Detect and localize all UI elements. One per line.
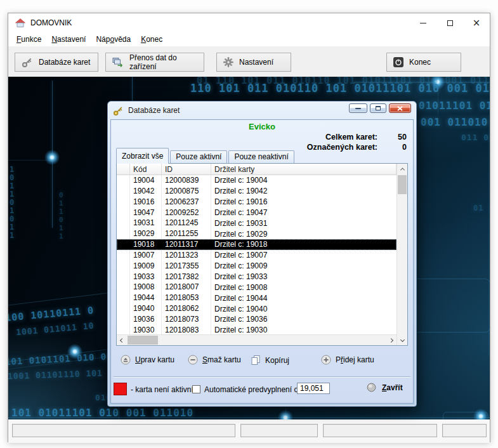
close-action-label: Zavřít <box>382 383 403 392</box>
card-marker-cell <box>117 325 130 334</box>
vertical-scrollbar[interactable] <box>396 164 407 345</box>
card-kod-cell: 19040 <box>130 303 162 314</box>
close-button[interactable]: × <box>463 13 490 32</box>
column-header[interactable]: ID <box>162 164 211 175</box>
binary-text: 01 10 <box>473 204 490 213</box>
column-header[interactable] <box>117 164 130 175</box>
table-row[interactable]: 19033 12017382 Drzitel c: 19033 <box>117 272 396 282</box>
scroll-left-button[interactable] <box>117 335 128 346</box>
horizontal-scroll-thumb[interactable] <box>128 336 158 345</box>
card-holder-cell: Drzitel c: 19044 <box>211 294 396 303</box>
scroll-up-button[interactable] <box>397 164 408 175</box>
maximize-button[interactable] <box>436 13 463 32</box>
table-row[interactable]: 19016 12006237 Drzitel c: 19016 <box>117 197 396 208</box>
card-marker-cell <box>117 186 130 197</box>
action-smaž-kartu[interactable]: Smaž kartu <box>188 355 241 365</box>
table-row[interactable]: 19008 12018007 Drzitel c: 19008 <box>117 282 396 293</box>
horizontal-scrollbar[interactable] <box>117 334 396 345</box>
action-přidej-kartu[interactable]: Přidej kartu <box>321 355 374 365</box>
table-row[interactable]: 19004 12000839 Drzitel c: 19004 <box>117 175 396 186</box>
card-kod-cell: 19018 <box>130 239 162 250</box>
eject-circle-icon <box>121 355 131 365</box>
card-holder-cell: Drzitel c: 19047 <box>211 208 396 217</box>
house-icon <box>15 18 25 27</box>
dialog-subtitle: Evicko <box>111 122 413 131</box>
card-kod-cell: 19030 <box>130 325 162 334</box>
menu-item-konec[interactable]: Konec <box>136 34 167 45</box>
table-row[interactable]: 19029 12011255 Drzitel c: 19029 <box>117 228 396 239</box>
prefill-checkbox-label: Automatické predvyplnení od: <box>204 385 305 394</box>
card-kod-cell: 19033 <box>130 272 162 282</box>
binary-text: 110 101 011 010110 101 01011101 010 001 … <box>190 82 490 95</box>
status-panel <box>240 424 318 437</box>
table-row[interactable]: 19042 12000875 Drzitel c: 19042 <box>117 186 396 197</box>
table-row[interactable]: 19018 12011317 Drzitel c: 19018 <box>117 239 396 250</box>
card-holder-cell: Drzitel c: 19016 <box>211 197 396 206</box>
table-row[interactable]: 19040 12018062 Drzitel c: 19040 <box>117 303 396 314</box>
card-id-cell: 12018007 <box>162 282 211 293</box>
chevron-left-icon <box>120 338 124 343</box>
toolbar-button-1[interactable]: Přenos dat do zařízení <box>105 53 204 72</box>
action-kopíruj[interactable]: Kopíruj <box>251 355 289 366</box>
scroll-down-button[interactable] <box>397 334 408 345</box>
menu-item-nápověda[interactable]: Nápověda <box>91 34 136 45</box>
card-holder-cell: Drzitel c: 19009 <box>211 261 396 270</box>
table-row[interactable]: 19036 12018073 Drzitel c: 19036 <box>117 314 396 325</box>
toolbar-button-3[interactable]: Konec <box>386 53 461 72</box>
table-row[interactable]: 19044 12018053 Drzitel c: 19044 <box>117 293 396 303</box>
table-row[interactable]: 19007 12011323 Drzitel c: 19007 <box>117 250 396 261</box>
stat-value: 0 <box>377 143 407 152</box>
menu-item-nastavení[interactable]: Nastavení <box>46 34 91 45</box>
card-kod-cell: 19009 <box>130 261 162 272</box>
tab-pouze-neaktivní[interactable]: Pouze neaktivní <box>228 150 294 163</box>
table-row[interactable]: 19031 12011245 Drzitel c: 19031 <box>117 218 396 228</box>
binary-text: 01011101 01 <box>419 100 490 112</box>
card-marker-cell <box>117 261 130 272</box>
table-row[interactable]: 19009 12017355 Drzitel c: 19009 <box>117 261 396 272</box>
gear-icon <box>223 57 233 67</box>
toolbar-button-2[interactable]: Nastavení <box>216 53 291 72</box>
card-id-cell: 12017382 <box>162 272 211 282</box>
minimize-icon <box>420 23 426 23</box>
minimize-button[interactable] <box>410 13 436 32</box>
dialog-close-action[interactable]: Zavřít <box>367 383 403 392</box>
card-marker-cell <box>117 272 130 282</box>
dialog-controls <box>349 103 411 113</box>
card-kod-cell: 19008 <box>130 282 162 293</box>
dialog-restore-button[interactable] <box>370 103 386 113</box>
toolbar: Databáze karet Přenos dat do zařízení Na… <box>8 46 490 77</box>
minus-circle-icon <box>188 355 198 365</box>
card-holder-cell: Drzitel c: 19031 <box>211 219 396 228</box>
card-marker-cell <box>117 228 130 239</box>
tab-zobrazit-vše[interactable]: Zobrazit vše <box>116 148 169 164</box>
screen: DOMOVNIK × FunkceNastaveníNápovědaKonec … <box>0 0 498 448</box>
dialog-titlebar[interactable]: Databáze karet <box>108 102 416 119</box>
table-row[interactable]: 19030 12018083 Drzitel c: 19030 <box>117 325 396 334</box>
column-header[interactable]: Držitel karty <box>211 164 396 175</box>
column-header[interactable]: Kód <box>130 164 162 175</box>
card-holder-cell: Drzitel c: 19004 <box>211 176 396 185</box>
card-marker-cell <box>117 239 130 250</box>
card-id-cell: 12011245 <box>162 218 211 228</box>
table-row[interactable]: 19047 12009252 Drzitel c: 19047 <box>117 208 396 218</box>
card-holder-cell: Drzitel c: 19029 <box>211 230 396 239</box>
tab-pouze-aktivní[interactable]: Pouze aktivní <box>170 150 227 163</box>
card-id-cell: 12006237 <box>162 197 211 208</box>
vertical-scroll-thumb[interactable] <box>398 175 407 194</box>
scroll-right-button[interactable] <box>386 335 396 346</box>
status-panel <box>442 424 487 437</box>
dialog-close-button[interactable] <box>389 103 411 113</box>
dialog-minimize-button[interactable] <box>349 103 367 113</box>
stat-value: 50 <box>377 133 407 142</box>
stat-label: Označených karet: <box>307 143 377 152</box>
toolbar-button-label: Databáze karet <box>39 58 90 67</box>
action-label: Kopíruj <box>265 356 289 365</box>
card-marker-cell <box>117 282 130 293</box>
card-id-cell: 12017355 <box>162 261 211 272</box>
action-uprav-kartu[interactable]: Uprav kartu <box>121 355 174 365</box>
menu-item-funkce[interactable]: Funkce <box>11 34 46 45</box>
app-window: DOMOVNIK × FunkceNastaveníNápovědaKonec … <box>8 13 490 442</box>
toolbar-button-0[interactable]: Databáze karet <box>15 53 98 72</box>
prefill-checkbox[interactable] <box>192 385 200 393</box>
prefill-start-input[interactable] <box>297 383 330 394</box>
